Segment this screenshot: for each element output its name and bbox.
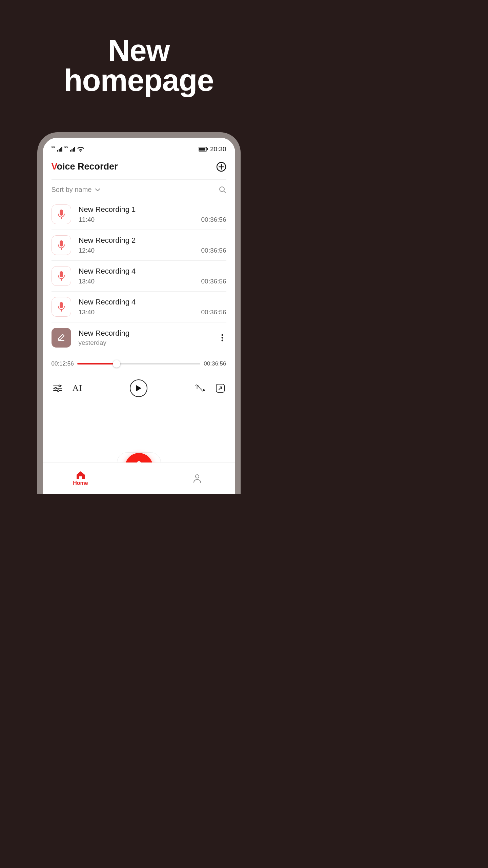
- recording-item[interactable]: New Recording 4 13:40 00:36:56: [52, 261, 226, 292]
- settings-sliders-button[interactable]: [53, 384, 62, 392]
- mic-icon: [58, 302, 65, 312]
- progress-thumb[interactable]: [113, 360, 120, 368]
- svg-point-33: [196, 475, 199, 478]
- item-body: New Recording 4 13:40 00:36:56: [79, 298, 226, 316]
- edit-tile[interactable]: [52, 328, 71, 348]
- expanded-title: New Recording: [79, 329, 211, 338]
- svg-rect-2: [207, 148, 208, 150]
- phone-frame: 5G 5G 20:30 Voice Recorder Sort by name: [37, 132, 241, 494]
- recording-duration: 00:36:56: [201, 309, 226, 316]
- svg-point-22: [55, 388, 56, 389]
- dots-vertical-icon: [221, 334, 223, 341]
- plus-circle-icon: [216, 162, 226, 172]
- nav-home[interactable]: Home: [43, 463, 119, 494]
- recording-duration: 00:36:56: [201, 216, 226, 223]
- signal-1-label: 5G: [52, 146, 55, 149]
- status-right: 20:30: [199, 145, 226, 153]
- app-header: Voice Recorder: [52, 161, 226, 180]
- recording-title: New Recording 4: [79, 267, 226, 276]
- progress-fill: [77, 363, 117, 364]
- svg-rect-12: [60, 271, 63, 277]
- play-button[interactable]: [130, 379, 147, 397]
- player-controls: AI T: [52, 379, 226, 397]
- nav-home-label: Home: [73, 480, 88, 486]
- signal-bars-icon: [57, 147, 62, 152]
- sort-row: Sort by name: [52, 180, 226, 199]
- recording-duration: 00:36:56: [201, 247, 226, 254]
- svg-line-7: [224, 191, 226, 193]
- chevron-down-icon: [95, 188, 100, 192]
- mic-tile: [52, 266, 71, 286]
- recording-item[interactable]: New Recording 1 11:40 00:36:56: [52, 199, 226, 230]
- mic-icon: [58, 240, 65, 250]
- transcript-button[interactable]: T: [195, 384, 205, 393]
- recording-title: New Recording 1: [79, 205, 226, 214]
- expanded-recording: New Recording yesterday 00:12:56 00:36:5…: [52, 322, 226, 406]
- recording-duration: 00:36:56: [201, 278, 226, 285]
- svg-point-24: [57, 390, 59, 392]
- svg-point-17: [221, 337, 223, 339]
- play-icon: [136, 385, 142, 392]
- edit-icon: [57, 333, 66, 342]
- title-accent-letter: V: [52, 161, 57, 172]
- search-icon: [219, 186, 226, 194]
- add-button[interactable]: [216, 162, 226, 172]
- item-body: New Recording 4 13:40 00:36:56: [79, 267, 226, 285]
- title-rest: oice Recorder: [57, 161, 118, 172]
- status-bar: 5G 5G 20:30: [52, 144, 226, 154]
- svg-rect-10: [60, 240, 63, 246]
- progress-slider[interactable]: [77, 363, 201, 364]
- recording-item[interactable]: New Recording 4 13:40 00:36:56: [52, 292, 226, 322]
- svg-point-20: [59, 385, 60, 387]
- elapsed-time: 00:12:56: [52, 360, 74, 367]
- recording-time: 12:40: [79, 247, 95, 254]
- ai-button[interactable]: AI: [73, 383, 82, 393]
- svg-point-16: [221, 334, 223, 336]
- status-left: 5G 5G: [52, 147, 84, 152]
- home-icon: [76, 471, 85, 479]
- mic-tile: [52, 204, 71, 224]
- recording-time: 13:40: [79, 309, 95, 316]
- progress-row: 00:12:56 00:36:56: [52, 360, 226, 367]
- nav-spacer: [119, 463, 159, 494]
- svg-point-18: [221, 340, 223, 341]
- battery-icon: [199, 147, 208, 152]
- item-body: New Recording 2 12:40 00:36:56: [79, 236, 226, 254]
- mic-icon: [58, 271, 65, 281]
- svg-rect-14: [60, 302, 63, 308]
- screen: 5G 5G 20:30 Voice Recorder Sort by name: [43, 138, 235, 494]
- profile-icon: [193, 474, 202, 483]
- promo-headline: New homepage: [0, 0, 278, 95]
- expand-button[interactable]: [216, 383, 225, 393]
- mic-icon: [58, 209, 65, 219]
- total-time: 00:36:56: [204, 360, 226, 367]
- signal-2-label: 5G: [64, 146, 68, 149]
- sort-button[interactable]: Sort by name: [52, 186, 101, 194]
- recording-time: 11:40: [79, 216, 95, 223]
- wifi-icon: [77, 147, 84, 152]
- expanded-subtitle: yesterday: [79, 339, 211, 347]
- svg-rect-8: [60, 210, 63, 216]
- status-time: 20:30: [210, 145, 226, 153]
- recording-title: New Recording 4: [79, 298, 226, 307]
- text-wave-icon: T: [195, 384, 205, 393]
- nav-profile[interactable]: [159, 463, 235, 494]
- signal-bars-icon: [70, 147, 75, 152]
- bottom-nav: Home: [43, 462, 235, 494]
- more-button[interactable]: [218, 334, 226, 341]
- svg-rect-1: [199, 148, 205, 151]
- headline-line-1: New: [0, 36, 278, 65]
- headline-line-2: homepage: [0, 65, 278, 95]
- page-title: Voice Recorder: [52, 161, 118, 172]
- item-body: New Recording 1 11:40 00:36:56: [79, 205, 226, 223]
- sort-label: Sort by name: [52, 186, 92, 194]
- expand-icon: [216, 383, 225, 393]
- search-button[interactable]: [219, 186, 226, 194]
- mic-tile: [52, 235, 71, 255]
- mic-tile: [52, 297, 71, 317]
- sliders-icon: [53, 384, 62, 392]
- recording-title: New Recording 2: [79, 236, 226, 245]
- recording-item[interactable]: New Recording 2 12:40 00:36:56: [52, 230, 226, 261]
- recording-time: 13:40: [79, 278, 95, 285]
